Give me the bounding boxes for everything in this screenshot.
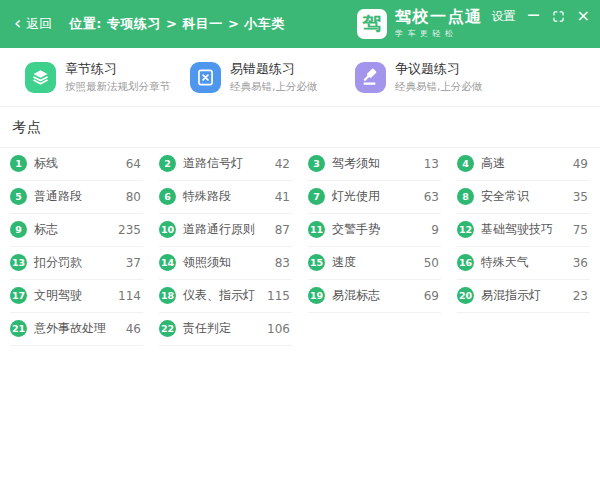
topic-number-badge: 11 <box>308 221 325 238</box>
topic-count: 46 <box>126 322 143 336</box>
topic-item[interactable]: 15 速度 50 <box>308 247 441 280</box>
topic-label: 易混指示灯 <box>481 287 541 304</box>
topic-number-badge: 19 <box>308 287 325 304</box>
topic-number-badge: 6 <box>159 188 176 205</box>
breadcrumb: 位置: 专项练习 > 科目一 > 小车类 <box>69 15 285 33</box>
topic-label: 道路信号灯 <box>183 155 243 172</box>
topic-count: 87 <box>275 223 292 237</box>
close-button[interactable]: × <box>577 8 590 24</box>
topic-item[interactable]: 6 特殊路段 41 <box>159 181 292 214</box>
window-controls: 设置 — × <box>492 8 590 24</box>
topic-label: 道路通行原则 <box>183 221 255 238</box>
logo-title: 驾校一点通 <box>395 8 483 26</box>
topic-number-badge: 14 <box>159 254 176 271</box>
topic-item[interactable]: 14 领照须知 83 <box>159 247 292 280</box>
topic-count: 49 <box>573 157 590 171</box>
topic-count: 235 <box>118 223 143 237</box>
layers-icon <box>25 62 56 93</box>
topic-item[interactable]: 5 普通路段 80 <box>10 181 143 214</box>
card-subtitle: 经典易错,上分必做 <box>395 80 482 94</box>
topic-item[interactable]: 16 特殊天气 36 <box>457 247 590 280</box>
topic-label: 文明驾驶 <box>34 287 82 304</box>
topic-item[interactable]: 10 道路通行原则 87 <box>159 214 292 247</box>
feature-cards: 章节练习 按照最新法规划分章节 易错题练习 经典易错,上分必做 <box>0 48 600 106</box>
topic-count: 115 <box>267 289 292 303</box>
topic-count: 9 <box>431 223 441 237</box>
topic-item[interactable]: 4 高速 49 <box>457 148 590 181</box>
topic-number-badge: 21 <box>10 320 27 337</box>
card-error-prone-practice[interactable]: 易错题练习 经典易错,上分必做 <box>190 61 355 94</box>
maximize-button[interactable] <box>552 10 565 23</box>
topic-label: 基础驾驶技巧 <box>481 221 553 238</box>
topic-item[interactable]: 17 文明驾驶 114 <box>10 280 143 313</box>
topic-item[interactable]: 12 基础驾驶技巧 75 <box>457 214 590 247</box>
topic-label: 仪表、指示灯 <box>183 287 255 304</box>
back-button[interactable]: ‹ 返回 <box>14 15 52 33</box>
topic-count: 64 <box>126 157 143 171</box>
topic-number-badge: 5 <box>10 188 27 205</box>
chevron-left-icon: ‹ <box>14 14 21 32</box>
topic-item[interactable]: 1 标线 64 <box>10 148 143 181</box>
gavel-icon <box>355 62 386 93</box>
topic-count: 41 <box>275 190 292 204</box>
topic-number-badge: 20 <box>457 287 474 304</box>
card-title: 易错题练习 <box>230 61 317 77</box>
topic-count: 75 <box>573 223 590 237</box>
topic-item[interactable]: 2 道路信号灯 42 <box>159 148 292 181</box>
section-title: 考点 <box>0 107 600 147</box>
card-subtitle: 经典易错,上分必做 <box>230 80 317 94</box>
topic-label: 驾考须知 <box>332 155 380 172</box>
topic-label: 标志 <box>34 221 58 238</box>
topic-number-badge: 7 <box>308 188 325 205</box>
topic-number-badge: 12 <box>457 221 474 238</box>
fullscreen-icon <box>552 10 565 23</box>
settings-button[interactable]: 设置 <box>492 10 516 22</box>
topic-item[interactable]: 21 意外事故处理 46 <box>10 313 143 346</box>
topic-item[interactable]: 8 安全常识 35 <box>457 181 590 214</box>
topic-item[interactable]: 18 仪表、指示灯 115 <box>159 280 292 313</box>
topic-count: 36 <box>573 256 590 270</box>
topic-item[interactable]: 19 易混标志 69 <box>308 280 441 313</box>
card-chapter-practice[interactable]: 章节练习 按照最新法规划分章节 <box>25 61 190 94</box>
topic-label: 标线 <box>34 155 58 172</box>
topic-label: 责任判定 <box>183 320 231 337</box>
topic-item[interactable]: 3 驾考须知 13 <box>308 148 441 181</box>
topic-count: 13 <box>424 157 441 171</box>
topic-label: 领照须知 <box>183 254 231 271</box>
topic-count: 106 <box>267 322 292 336</box>
topic-label: 扣分罚款 <box>34 254 82 271</box>
topic-number-badge: 8 <box>457 188 474 205</box>
topic-number-badge: 4 <box>457 155 474 172</box>
topic-item[interactable]: 7 灯光使用 63 <box>308 181 441 214</box>
topic-item[interactable]: 9 标志 235 <box>10 214 143 247</box>
logo-tagline: 学车更轻松 <box>395 28 483 39</box>
topic-item[interactable]: 20 易混指示灯 23 <box>457 280 590 313</box>
topic-label: 交警手势 <box>332 221 380 238</box>
topic-number-badge: 10 <box>159 221 176 238</box>
minimize-button[interactable]: — <box>528 9 540 21</box>
topic-item[interactable]: 22 责任判定 106 <box>159 313 292 346</box>
topic-count: 37 <box>126 256 143 270</box>
topic-item[interactable]: 11 交警手势 9 <box>308 214 441 247</box>
topic-number-badge: 18 <box>159 287 176 304</box>
topic-number-badge: 17 <box>10 287 27 304</box>
topic-item[interactable]: 13 扣分罚款 37 <box>10 247 143 280</box>
card-controversial-practice[interactable]: 争议题练习 经典易错,上分必做 <box>355 61 520 94</box>
wrong-book-icon <box>190 62 221 93</box>
topic-count: 80 <box>126 190 143 204</box>
topic-label: 意外事故处理 <box>34 320 106 337</box>
topic-count: 23 <box>573 289 590 303</box>
topic-count: 114 <box>118 289 143 303</box>
topic-number-badge: 3 <box>308 155 325 172</box>
topic-label: 特殊路段 <box>183 188 231 205</box>
app-header: ‹ 返回 位置: 专项练习 > 科目一 > 小车类 驾 驾校一点通 学车更轻松 … <box>0 0 600 48</box>
card-title: 争议题练习 <box>395 61 482 77</box>
topic-number-badge: 9 <box>10 221 27 238</box>
topic-number-badge: 22 <box>159 320 176 337</box>
back-label: 返回 <box>26 15 52 33</box>
topic-number-badge: 1 <box>10 155 27 172</box>
topic-label: 特殊天气 <box>481 254 529 271</box>
topic-count: 42 <box>275 157 292 171</box>
topic-label: 高速 <box>481 155 505 172</box>
card-subtitle: 按照最新法规划分章节 <box>65 80 170 94</box>
